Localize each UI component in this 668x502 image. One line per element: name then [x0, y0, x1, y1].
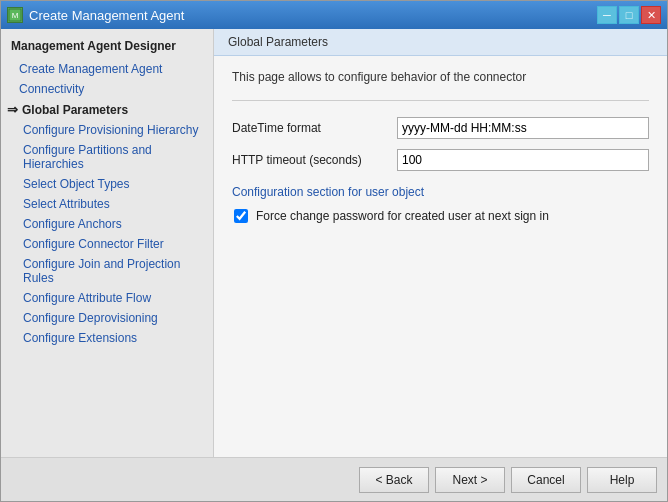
footer: < Back Next > Cancel Help [1, 457, 667, 501]
help-button[interactable]: Help [587, 467, 657, 493]
datetime-input[interactable] [397, 117, 649, 139]
cancel-button[interactable]: Cancel [511, 467, 581, 493]
current-arrow-icon: ⇒ [7, 102, 18, 117]
svg-text:M: M [12, 11, 19, 20]
checkbox-row: Force change password for created user a… [234, 209, 649, 223]
section-title: Configuration section for user object [232, 185, 649, 199]
sidebar-item-configure-partitions-and-hierarchies[interactable]: Configure Partitions and Hierarchies [1, 140, 213, 174]
back-button[interactable]: < Back [359, 467, 429, 493]
content-area: Global Parameters This page allows to co… [214, 29, 667, 457]
title-bar-controls: ─ □ ✕ [597, 6, 661, 24]
sidebar: Management Agent Designer Create Managem… [1, 29, 214, 457]
sidebar-item-configure-extensions[interactable]: Configure Extensions [1, 328, 213, 348]
http-timeout-row: HTTP timeout (seconds) [232, 149, 649, 171]
sidebar-item-create-management-agent[interactable]: Create Management Agent [1, 59, 213, 79]
sidebar-item-connectivity[interactable]: Connectivity [1, 79, 213, 99]
description-text: This page allows to configure behavior o… [232, 70, 649, 84]
http-timeout-input[interactable] [397, 149, 649, 171]
checkbox-label[interactable]: Force change password for created user a… [256, 209, 549, 223]
separator [232, 100, 649, 101]
minimize-button[interactable]: ─ [597, 6, 617, 24]
datetime-row: DateTime format [232, 117, 649, 139]
sidebar-item-select-object-types[interactable]: Select Object Types [1, 174, 213, 194]
app-icon: M [7, 7, 23, 23]
title-bar: M Create Management Agent ─ □ ✕ [1, 1, 667, 29]
sidebar-item-configure-attribute-flow[interactable]: Configure Attribute Flow [1, 288, 213, 308]
sidebar-item-configure-join-projection[interactable]: Configure Join and Projection Rules [1, 254, 213, 288]
sidebar-item-configure-connector-filter[interactable]: Configure Connector Filter [1, 234, 213, 254]
next-button[interactable]: Next > [435, 467, 505, 493]
main-window: M Create Management Agent ─ □ ✕ Manageme… [0, 0, 668, 502]
datetime-label: DateTime format [232, 121, 397, 135]
http-timeout-label: HTTP timeout (seconds) [232, 153, 397, 167]
window-title: Create Management Agent [29, 8, 184, 23]
title-bar-left: M Create Management Agent [7, 7, 184, 23]
sidebar-item-select-attributes[interactable]: Select Attributes [1, 194, 213, 214]
maximize-button[interactable]: □ [619, 6, 639, 24]
sidebar-item-global-parameters[interactable]: ⇒ Global Parameters [1, 99, 213, 120]
close-button[interactable]: ✕ [641, 6, 661, 24]
main-area: Management Agent Designer Create Managem… [1, 29, 667, 457]
content-body: This page allows to configure behavior o… [214, 56, 667, 457]
sidebar-item-configure-deprovisioning[interactable]: Configure Deprovisioning [1, 308, 213, 328]
force-change-password-checkbox[interactable] [234, 209, 248, 223]
sidebar-header: Management Agent Designer [1, 35, 213, 59]
sidebar-item-configure-anchors[interactable]: Configure Anchors [1, 214, 213, 234]
sidebar-item-configure-provisioning-hierarchy[interactable]: Configure Provisioning Hierarchy [1, 120, 213, 140]
content-header: Global Parameters [214, 29, 667, 56]
